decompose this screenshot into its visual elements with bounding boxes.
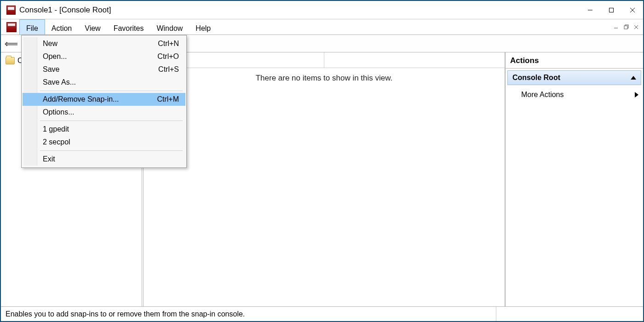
menu-item-1-gpedit[interactable]: 1 gpedit — [23, 123, 185, 136]
more-actions-label: More Actions — [521, 91, 564, 99]
menu-file[interactable]: File — [19, 19, 45, 34]
folder-icon — [6, 57, 15, 64]
maximize-button[interactable] — [601, 1, 622, 19]
menu-item-label: Save — [43, 65, 59, 74]
collapse-icon — [631, 76, 636, 80]
menu-help[interactable]: Help — [189, 19, 217, 34]
menu-item-shortcut: Ctrl+O — [148, 52, 179, 61]
menu-file-label: File — [26, 24, 38, 33]
menu-item-options[interactable]: Options... — [23, 106, 185, 119]
minimize-icon — [587, 7, 593, 13]
menu-item-label: Exit — [43, 155, 55, 163]
menu-item-label: Options... — [43, 108, 74, 116]
actions-pane: Actions Console Root More Actions — [505, 52, 643, 306]
menu-item-open[interactable]: Open...Ctrl+O — [23, 50, 185, 63]
minimize-icon — [614, 25, 618, 29]
document-icon — [6, 22, 17, 32]
menu-item-label: Add/Remove Snap-in... — [43, 95, 119, 104]
menu-separator — [40, 121, 183, 121]
mdi-minimize-button[interactable] — [611, 23, 621, 32]
maximize-icon — [609, 7, 614, 13]
title-bar: Console1 - [Console Root] — [1, 1, 643, 19]
menu-window-label: Window — [156, 24, 183, 33]
menu-item-shortcut: Ctrl+S — [149, 65, 179, 74]
menu-item-label: Open... — [43, 52, 67, 61]
restore-icon — [624, 24, 629, 29]
mdi-close-button[interactable] — [631, 23, 641, 32]
actions-pane-title: Actions — [506, 52, 643, 69]
back-button[interactable]: ⟸ — [4, 37, 18, 51]
menu-favorites[interactable]: Favorites — [107, 19, 150, 34]
menu-item-save-as[interactable]: Save As... — [23, 76, 185, 89]
menu-window[interactable]: Window — [150, 19, 189, 34]
back-arrow-icon: ⟸ — [5, 38, 18, 49]
more-actions-item[interactable]: More Actions — [506, 87, 643, 103]
content-pane: There are no items to show in this view. — [144, 52, 505, 306]
menu-item-2-secpol[interactable]: 2 secpol — [23, 136, 185, 149]
status-divider — [496, 307, 638, 321]
actions-section-label: Console Root — [512, 74, 560, 82]
content-header[interactable] — [144, 52, 505, 68]
mdi-window-controls — [611, 19, 643, 34]
menu-item-label: Save As... — [43, 78, 76, 86]
close-icon — [634, 25, 638, 29]
client-area: NewCtrl+NOpen...Ctrl+OSaveCtrl+SSave As.… — [1, 52, 643, 306]
menu-item-exit[interactable]: Exit — [23, 153, 185, 166]
window-title: Console1 - [Console Root] — [19, 6, 111, 15]
mdi-restore-button[interactable] — [621, 23, 631, 32]
menu-action-label: Action — [52, 24, 72, 33]
close-button[interactable] — [622, 1, 643, 19]
svg-rect-6 — [624, 26, 627, 29]
svg-rect-1 — [610, 8, 614, 12]
menu-separator — [40, 91, 183, 91]
close-icon — [630, 7, 635, 13]
menu-item-label: 2 secpol — [43, 138, 70, 146]
chevron-right-icon — [635, 92, 638, 98]
menu-item-new[interactable]: NewCtrl+N — [23, 37, 185, 50]
status-bar: Enables you to add snap-ins to or remove… — [1, 306, 643, 321]
menu-separator — [40, 150, 183, 151]
menu-item-shortcut: Ctrl+M — [148, 95, 179, 104]
menu-item-label: 1 gpedit — [43, 125, 69, 133]
menu-favorites-label: Favorites — [114, 24, 144, 33]
empty-view-message: There are no items to show in this view. — [144, 74, 505, 83]
menu-item-save[interactable]: SaveCtrl+S — [23, 63, 185, 76]
menu-item-shortcut: Ctrl+N — [149, 40, 179, 48]
minimize-button[interactable] — [580, 1, 601, 19]
app-icon — [6, 6, 16, 15]
menu-view-label: View — [85, 24, 100, 33]
menu-action[interactable]: Action — [45, 19, 78, 34]
menu-bar: File Action View Favorites Window Help — [1, 19, 643, 35]
column-divider[interactable] — [324, 52, 324, 68]
menu-item-label: New — [43, 40, 58, 48]
file-menu-dropdown: NewCtrl+NOpen...Ctrl+OSaveCtrl+SSave As.… — [21, 35, 187, 168]
actions-section-header[interactable]: Console Root — [507, 70, 641, 85]
menu-item-add-remove-snap-in[interactable]: Add/Remove Snap-in...Ctrl+M — [23, 93, 185, 106]
status-text: Enables you to add snap-ins to or remove… — [6, 310, 245, 318]
menu-help-label: Help — [196, 24, 211, 33]
menu-view[interactable]: View — [78, 19, 107, 34]
